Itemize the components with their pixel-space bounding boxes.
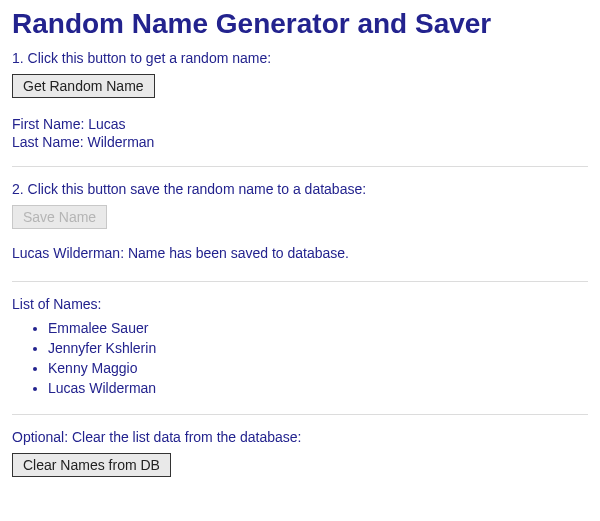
names-list-heading: List of Names:: [12, 296, 588, 312]
page-title: Random Name Generator and Saver: [12, 8, 588, 40]
get-name-instruction: 1. Click this button to get a random nam…: [12, 50, 588, 66]
list-item: Emmalee Sauer: [48, 320, 588, 336]
clear-names-section: Optional: Clear the list data from the d…: [12, 429, 588, 477]
last-name-label: Last Name:: [12, 134, 87, 150]
get-random-name-button[interactable]: Get Random Name: [12, 74, 155, 98]
get-name-section: 1. Click this button to get a random nam…: [12, 50, 588, 167]
first-name-line: First Name: Lucas: [12, 116, 588, 132]
last-name-value: Wilderman: [87, 134, 154, 150]
save-name-section: 2. Click this button save the random nam…: [12, 181, 588, 282]
clear-names-instruction: Optional: Clear the list data from the d…: [12, 429, 588, 445]
clear-names-button[interactable]: Clear Names from DB: [12, 453, 171, 477]
save-status-message: Lucas Wilderman: Name has been saved to …: [12, 245, 588, 261]
save-name-instruction: 2. Click this button save the random nam…: [12, 181, 588, 197]
names-list: Emmalee Sauer Jennyfer Kshlerin Kenny Ma…: [12, 320, 588, 396]
last-name-line: Last Name: Wilderman: [12, 134, 588, 150]
list-item: Kenny Maggio: [48, 360, 588, 376]
names-list-section: List of Names: Emmalee Sauer Jennyfer Ks…: [12, 296, 588, 415]
generated-name-block: First Name: Lucas Last Name: Wilderman: [12, 116, 588, 150]
first-name-value: Lucas: [88, 116, 125, 132]
first-name-label: First Name:: [12, 116, 88, 132]
list-item: Lucas Wilderman: [48, 380, 588, 396]
list-item: Jennyfer Kshlerin: [48, 340, 588, 356]
save-name-button[interactable]: Save Name: [12, 205, 107, 229]
